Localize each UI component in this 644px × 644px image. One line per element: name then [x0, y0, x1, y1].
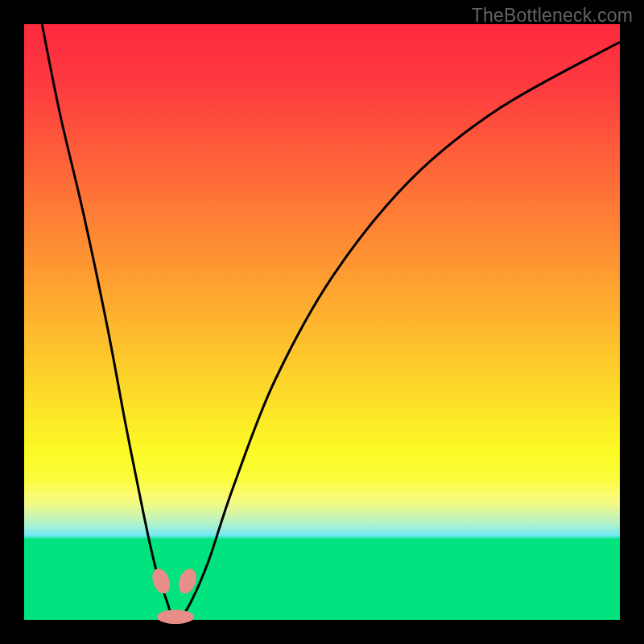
- curve-svg: [24, 24, 620, 620]
- plot-area: [24, 24, 620, 620]
- curve-markers: [149, 566, 199, 624]
- watermark-text: TheBottleneck.com: [472, 5, 633, 27]
- bottleneck-curve: [42, 24, 620, 622]
- marker-bottom: [157, 610, 194, 625]
- marker-left: [149, 566, 173, 596]
- chart-frame: TheBottleneck.com: [0, 0, 644, 644]
